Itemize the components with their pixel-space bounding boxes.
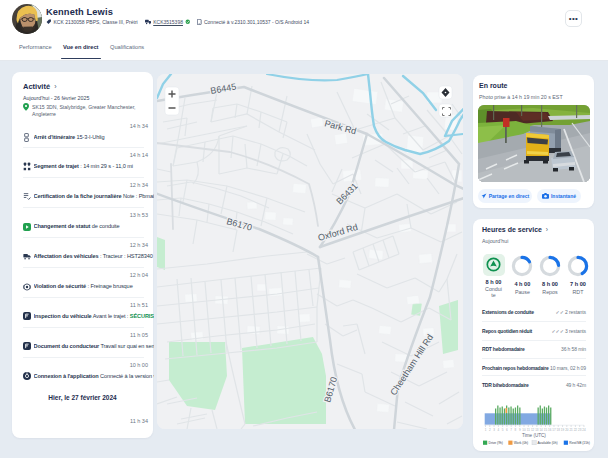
svg-text:Rest/SB (15h): Rest/SB (15h)	[569, 441, 590, 445]
svg-text:5: 5	[502, 428, 504, 432]
svg-text:Drive (9h): Drive (9h)	[489, 441, 503, 445]
svg-text:9: 9	[519, 428, 521, 432]
svg-text:14: 14	[539, 428, 543, 432]
svg-text:20: 20	[565, 428, 569, 432]
svg-text:11: 11	[527, 428, 530, 432]
svg-text:16: 16	[548, 428, 552, 432]
svg-text:6: 6	[506, 428, 508, 432]
svg-text:24: 24	[582, 428, 586, 432]
svg-text:19: 19	[561, 428, 565, 432]
svg-text:22: 22	[574, 428, 578, 432]
svg-text:10: 10	[522, 428, 526, 432]
svg-text:1: 1	[485, 428, 487, 432]
svg-text:23: 23	[578, 428, 582, 432]
svg-text:13: 13	[535, 428, 539, 432]
svg-text:21: 21	[569, 428, 573, 432]
svg-text:2: 2	[489, 428, 491, 432]
svg-text:4: 4	[498, 428, 500, 432]
svg-text:Time (UTC): Time (UTC)	[522, 433, 546, 438]
svg-text:8: 8	[515, 428, 517, 432]
svg-text:18: 18	[557, 428, 561, 432]
svg-text:15: 15	[544, 428, 548, 432]
svg-text:17: 17	[552, 428, 556, 432]
svg-text:12: 12	[531, 428, 535, 432]
svg-text:7: 7	[510, 428, 512, 432]
svg-text:3: 3	[493, 428, 495, 432]
svg-text:Work (0h): Work (0h)	[514, 441, 528, 445]
svg-text:Available (0h): Available (0h)	[537, 441, 557, 445]
